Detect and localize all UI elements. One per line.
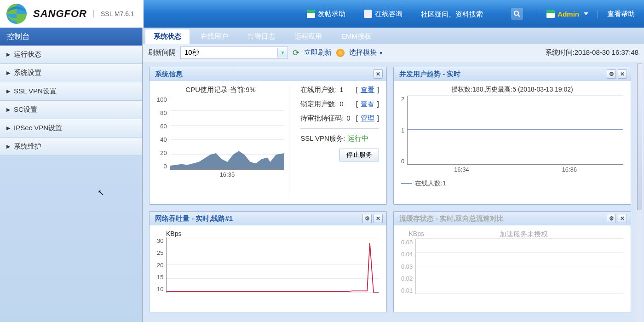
cpu-y-axis: 020406080100 bbox=[157, 96, 170, 170]
sidebar-item-label: 系统设置 bbox=[14, 69, 41, 77]
close-icon[interactable]: ✕ bbox=[618, 214, 627, 223]
tab-alarm-log[interactable]: 告警日志 bbox=[239, 29, 283, 44]
throughput-plot bbox=[166, 237, 379, 293]
post-help-link[interactable]: 发帖求助 bbox=[298, 10, 355, 18]
cpu-x-axis: 16:35 bbox=[170, 169, 284, 178]
select-module-link[interactable]: 选择模块 ▼ bbox=[349, 48, 383, 57]
sidebar-item-label: IPSec VPN设置 bbox=[14, 124, 62, 132]
search-box[interactable] bbox=[412, 8, 532, 20]
search-icon[interactable] bbox=[511, 8, 523, 20]
sidebar-item-maintenance[interactable]: ▶系统维护 bbox=[0, 138, 142, 156]
refresh-icon: ⟳ bbox=[293, 48, 299, 58]
cache-notice: 加速服务未授权 bbox=[424, 230, 623, 239]
scrollbar[interactable] bbox=[636, 62, 643, 322]
dashboard-col-left: 系统信息 ✕ CPU使用记录-当前:9% 020406080100 bbox=[149, 67, 387, 317]
label: 锁定用户数: bbox=[300, 100, 337, 109]
x-tick: 16:34 bbox=[454, 166, 469, 173]
panel-title: 网络吞吐量 - 实时,线路#1 bbox=[155, 214, 233, 223]
search-input[interactable] bbox=[421, 10, 508, 18]
sidebar-item-label: SC设置 bbox=[14, 105, 37, 114]
gear-icon[interactable]: ⚙ bbox=[362, 214, 372, 223]
y-axis: 1015202530 bbox=[157, 237, 166, 293]
panel-throughput: 网络吞吐量 - 实时,线路#1 ⚙ ✕ KBps 1015202530 bbox=[149, 211, 387, 312]
service-status: 运行中 bbox=[348, 134, 368, 143]
sysinfo-stats: 在线用户数:1[查看] 锁定用户数:0[查看] 待审批特征码:0[管理] SSL… bbox=[289, 86, 379, 198]
close-icon[interactable]: ✕ bbox=[374, 69, 383, 79]
gear-icon[interactable]: ⚙ bbox=[607, 214, 616, 223]
svg-point-0 bbox=[514, 11, 518, 15]
sidebar-item-label: SSL VPN设置 bbox=[14, 87, 57, 96]
sidebar-item-system-settings[interactable]: ▶系统设置 bbox=[0, 64, 142, 82]
chevron-down-icon[interactable]: ▼ bbox=[277, 48, 288, 58]
tab-online-users[interactable]: 在线用户 bbox=[192, 29, 236, 44]
select-module-label: 选择模块 bbox=[349, 48, 377, 56]
chevron-down-icon bbox=[584, 12, 588, 15]
x-axis: 16:34 16:36 bbox=[408, 164, 623, 173]
cpu-plot: 16:35 bbox=[170, 96, 284, 170]
sidebar-item-running-status[interactable]: ▶运行状态 bbox=[0, 46, 142, 64]
version-label: SSL M7.6.1 bbox=[93, 10, 134, 17]
y-axis: 012 bbox=[401, 96, 407, 165]
panel-cache: 流缓存状态 - 实时,双向总流速对比 ⚙ ✕ KBps 加速服务未授权 0.01… bbox=[393, 211, 631, 312]
sidebar-item-sc[interactable]: ▶SC设置 bbox=[0, 101, 142, 119]
sidebar-item-ipsec-vpn[interactable]: ▶IPSec VPN设置 bbox=[0, 119, 142, 138]
cache-plot bbox=[415, 239, 623, 294]
tab-emm[interactable]: EMM授权 bbox=[333, 29, 380, 44]
label: 在线用户数: bbox=[300, 86, 337, 94]
y-axis: 0.010.020.030.040.05 bbox=[401, 239, 415, 294]
panel-title: 系统信息 bbox=[155, 70, 183, 79]
panel-body: 授权数:180,历史最高:5 (2018-03-13 19:02) 012 16… bbox=[394, 81, 631, 204]
dashboard: 系统信息 ✕ CPU使用记录-当前:9% 020406080100 bbox=[143, 62, 644, 322]
refresh-interval-label: 刷新间隔 bbox=[148, 48, 176, 57]
person-icon bbox=[307, 10, 315, 18]
panel-body: CPU使用记录-当前:9% 020406080100 16:35 bbox=[150, 81, 386, 204]
help-link[interactable]: 查看帮助 bbox=[598, 10, 644, 18]
gear-icon bbox=[336, 49, 345, 57]
sidebar-item-label: 系统维护 bbox=[14, 142, 41, 151]
value: 0 bbox=[339, 100, 343, 109]
tab-label: 系统状态 bbox=[154, 32, 181, 40]
sidebar-item-ssl-vpn[interactable]: ▶SSL VPN设置 bbox=[0, 82, 142, 101]
post-help-label: 发帖求助 bbox=[318, 10, 345, 18]
dashboard-col-right: 并发用户趋势 - 实时 ⚙ ✕ 授权数:180,历史最高:5 (2018-03-… bbox=[393, 67, 639, 317]
admin-name: Admin bbox=[558, 10, 579, 18]
stop-service-button[interactable]: 停止服务 bbox=[339, 149, 379, 161]
brand-name: SANGFOR bbox=[33, 8, 87, 20]
header-right: 发帖求助 在线咨询 Admin 查看帮助 bbox=[298, 0, 644, 28]
view-locked-users-link[interactable]: 查看 bbox=[361, 100, 374, 109]
manage-pending-link[interactable]: 管理 bbox=[361, 114, 374, 123]
chat-icon bbox=[364, 10, 372, 18]
close-icon[interactable]: ✕ bbox=[618, 69, 627, 79]
user-icon bbox=[546, 10, 555, 18]
sidebar-item-label: 运行状态 bbox=[14, 50, 41, 59]
help-label: 查看帮助 bbox=[607, 10, 635, 18]
refresh-interval-select[interactable]: ▼ bbox=[180, 46, 288, 59]
svg-line-1 bbox=[518, 15, 520, 17]
app-header: SANGFOR SSL M7.6.1 发帖求助 在线咨询 Admin 查看帮助 bbox=[0, 0, 644, 28]
scrollbar-thumb[interactable] bbox=[637, 63, 642, 210]
value: 1 bbox=[339, 86, 343, 94]
cpu-chart-block: CPU使用记录-当前:9% 020406080100 16:35 bbox=[157, 86, 284, 198]
refresh-now-link[interactable]: 立即刷新 bbox=[304, 48, 332, 57]
view-online-users-link[interactable]: 查看 bbox=[361, 86, 374, 94]
unit-label: KBps bbox=[401, 230, 424, 239]
online-consult-link[interactable]: 在线咨询 bbox=[355, 10, 412, 18]
tab-system-status[interactable]: 系统状态 bbox=[145, 29, 190, 44]
label: 待审批特征码: bbox=[300, 114, 344, 123]
x-tick: 16:36 bbox=[562, 166, 577, 173]
tab-bar: 系统状态 在线用户 告警日志 远程应用 EMM授权 bbox=[143, 28, 644, 44]
panel-header: 并发用户趋势 - 实时 ⚙ ✕ bbox=[394, 67, 631, 81]
sidebar-title: 控制台 bbox=[0, 28, 142, 46]
gear-icon[interactable]: ⚙ bbox=[607, 69, 616, 79]
panel-user-trend: 并发用户趋势 - 实时 ⚙ ✕ 授权数:180,历史最高:5 (2018-03-… bbox=[393, 67, 631, 205]
tab-remote-app[interactable]: 远程应用 bbox=[286, 29, 330, 44]
main-area: 系统状态 在线用户 告警日志 远程应用 EMM授权 刷新间隔 ▼ ⟳ 立即刷新 … bbox=[143, 28, 644, 322]
unit-label: KBps bbox=[157, 230, 379, 237]
close-icon[interactable]: ✕ bbox=[374, 214, 383, 223]
panel-body: KBps 1015202530 bbox=[150, 225, 386, 312]
tab-label: 告警日志 bbox=[247, 32, 275, 40]
admin-menu[interactable]: Admin bbox=[537, 10, 598, 18]
label: SSL VPN服务: bbox=[300, 134, 345, 143]
legend: 在线人数:1 bbox=[401, 179, 623, 188]
refresh-interval-value[interactable] bbox=[181, 47, 277, 58]
